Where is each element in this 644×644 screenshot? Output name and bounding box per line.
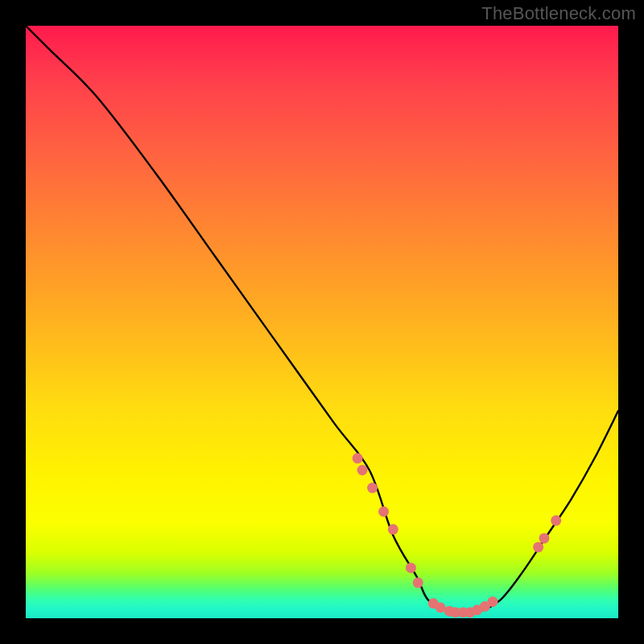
watermark-text: TheBottleneck.com bbox=[481, 3, 636, 24]
data-marker bbox=[353, 453, 363, 464]
data-marker bbox=[406, 563, 416, 573]
data-marker bbox=[539, 533, 550, 543]
data-marker bbox=[367, 483, 378, 493]
plot-area bbox=[26, 26, 618, 618]
chart-frame: TheBottleneck.com bbox=[0, 0, 644, 644]
data-marker bbox=[357, 465, 368, 476]
marker-group bbox=[353, 453, 562, 617]
curve-layer bbox=[26, 26, 618, 618]
data-marker bbox=[551, 515, 561, 526]
data-marker bbox=[487, 597, 497, 607]
bottleneck-curve bbox=[26, 26, 618, 613]
data-marker bbox=[378, 506, 389, 517]
data-marker bbox=[533, 542, 543, 552]
data-marker bbox=[413, 577, 423, 588]
data-marker bbox=[388, 524, 398, 535]
